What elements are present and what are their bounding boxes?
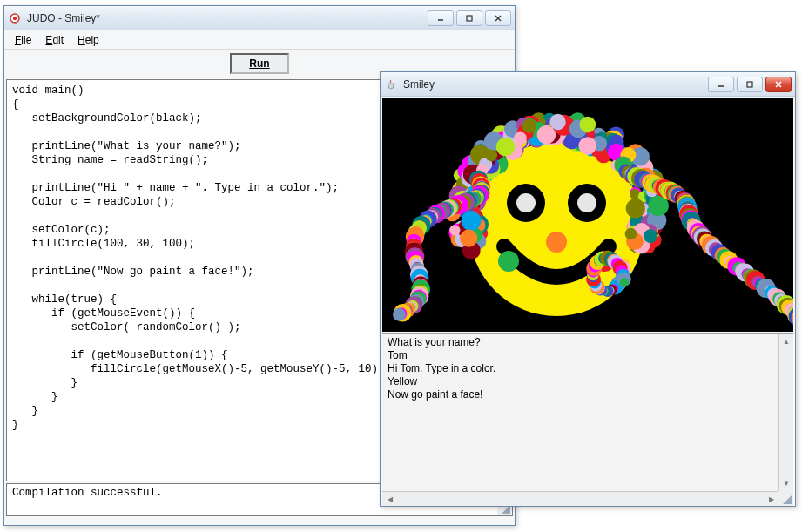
svg-rect-5 [747,82,752,87]
run-window: Smiley What is your name? Tom Hi Tom. [380,71,796,507]
svg-point-260 [514,131,527,145]
ide-close-button[interactable] [485,10,511,26]
svg-point-584 [620,278,629,286]
menu-edit[interactable]: Edit [40,32,69,48]
scroll-right-icon[interactable]: ▶ [764,492,778,507]
svg-point-1 [13,16,17,19]
ide-menubar: File Edit Help [4,30,515,50]
svg-point-210 [496,138,515,156]
run-maximize-button[interactable] [737,77,763,92]
java-cup-icon [384,77,398,91]
svg-point-11 [577,193,596,212]
run-close-button[interactable] [765,77,792,92]
console-vscrollbar[interactable]: ▲ ▼ [778,334,793,491]
console-line: Yellow [388,375,788,388]
svg-point-245 [462,211,482,231]
svg-point-268 [522,119,536,133]
svg-point-246 [626,199,645,218]
scroll-left-icon[interactable]: ◀ [382,492,397,507]
svg-point-267 [578,137,596,155]
svg-point-263 [644,229,657,243]
ide-titlebar[interactable]: JUDO - Smiley* [4,6,515,30]
ide-minimize-button[interactable] [428,10,454,26]
ide-app-icon [8,11,22,25]
svg-point-394 [393,308,406,321]
ide-title: JUDO - Smiley* [27,12,428,24]
run-button[interactable]: Run [230,53,288,74]
run-minimize-button[interactable] [708,77,734,92]
run-resize-grip[interactable] [781,494,792,504]
scroll-down-icon[interactable]: ▼ [779,476,793,491]
status-text: Compilation successful. [12,487,163,499]
console-line: Now go paint a face! [388,388,788,401]
menu-help[interactable]: Help [72,32,104,48]
svg-point-13 [498,251,519,272]
svg-point-264 [625,228,637,240]
console-line: Tom [388,349,788,362]
svg-point-266 [460,230,477,247]
menu-file[interactable]: File [10,32,37,48]
svg-point-12 [546,232,567,253]
ide-maximize-button[interactable] [456,10,482,26]
console-line: Hi Tom. Type in a color. [388,362,788,375]
console-hscrollbar[interactable]: ◀ ▶ [382,491,778,506]
svg-rect-3 [467,16,472,21]
svg-point-9 [516,193,536,212]
run-titlebar[interactable]: Smiley [381,72,795,97]
run-title: Smiley [403,78,708,91]
scroll-up-icon[interactable]: ▲ [779,334,793,349]
console-line: What is your name? [388,336,788,349]
drawing-canvas[interactable] [382,98,793,332]
svg-point-274 [580,117,596,133]
output-console[interactable]: What is your name? Tom Hi Tom. Type in a… [382,333,793,506]
svg-point-273 [485,149,497,161]
svg-point-248 [449,225,460,235]
svg-point-269 [549,114,565,130]
